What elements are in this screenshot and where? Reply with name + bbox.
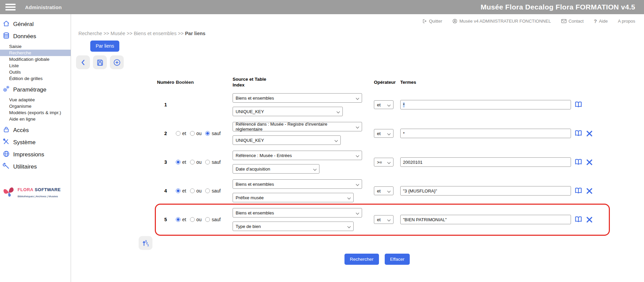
index-select[interactable]: Date d'acquisition (233, 164, 319, 174)
index-lookup-button[interactable] (574, 187, 582, 195)
operator-select[interactable]: et (374, 129, 393, 138)
radio-ou[interactable] (190, 188, 195, 193)
boolean-radio-group: et ou sauf (176, 217, 233, 222)
source-select[interactable]: Biens et ensembles (233, 179, 362, 189)
index-lookup-button[interactable] (574, 129, 582, 137)
chevron-down-icon (387, 161, 390, 164)
delete-row-button[interactable] (586, 187, 593, 195)
terms-input[interactable]: "BIEN PATRIMONIAL" (400, 215, 571, 224)
book-icon (574, 158, 582, 166)
sidebar-item-systeme[interactable]: Système (0, 136, 71, 149)
add-criteria-button[interactable] (110, 55, 124, 69)
sort-numeric-button[interactable]: 3 2 1 (139, 236, 152, 250)
sidebar-item-saisie[interactable]: Saisie (0, 43, 71, 50)
terms-input[interactable]: 20020101 (400, 157, 571, 167)
index-select[interactable]: UNIQUE_KEY (233, 135, 341, 145)
index-select[interactable]: UNIQUE_KEY (233, 107, 343, 116)
sidebar-item-utilitaires[interactable]: Utilitaires (0, 161, 71, 173)
sidebar-item-modification-globale[interactable]: Modification globale (0, 56, 71, 62)
index-lookup-button[interactable] (574, 158, 582, 166)
radio-et[interactable] (176, 188, 181, 193)
index-lookup-button[interactable] (574, 215, 582, 224)
back-button[interactable] (76, 55, 90, 69)
chevron-down-icon (335, 139, 338, 142)
operator-select[interactable]: et (374, 215, 393, 224)
tab-par-liens[interactable]: Par liens (90, 41, 119, 52)
source-select[interactable]: Référence : Musée - Entrées (233, 151, 362, 160)
index-lookup-button[interactable] (574, 101, 582, 109)
radio-sauf[interactable] (205, 160, 210, 164)
operator-select[interactable]: et (374, 186, 393, 195)
sidebar-item-donnees[interactable]: Données (0, 30, 71, 43)
save-button[interactable] (93, 55, 107, 69)
radio-et[interactable] (176, 160, 181, 164)
operator-select[interactable]: et (374, 100, 393, 109)
index-select[interactable]: Type de bien (233, 222, 354, 231)
sidebar-item-organisme[interactable]: Organisme (0, 103, 71, 109)
sidebar-item-vue-adaptee[interactable]: Vue adaptée (0, 97, 71, 103)
radio-ou[interactable] (190, 131, 195, 136)
book-icon (574, 101, 582, 109)
breadcrumb-path[interactable]: Recherche >> Musée >> Biens et ensembles… (78, 31, 185, 36)
close-icon (586, 187, 593, 195)
breadcrumb: Recherche >> Musée >> Biens et ensembles… (78, 31, 644, 36)
user-account-link[interactable]: Musée v4 ADMINISTRATEUR FONCTIONNEL (452, 19, 551, 24)
window-title: Musée Flora Decalog Flora FORMATION v4.5 (481, 3, 635, 11)
sidebar-item-aide-en-ligne[interactable]: Aide en ligne (0, 116, 71, 122)
criteria-table: Numéro Booléen Source et Table Index Opé… (156, 69, 644, 231)
chevron-down-icon (387, 218, 390, 221)
user-icon (452, 19, 457, 24)
delete-row-button[interactable] (586, 216, 593, 224)
breadcrumb-current: Par liens (185, 31, 205, 36)
radio-sauf[interactable] (205, 217, 210, 222)
radio-sauf[interactable] (205, 131, 210, 136)
quitter-link[interactable]: Quitter (422, 19, 442, 24)
database-icon (3, 32, 10, 41)
sidebar-item-outils[interactable]: Outils (0, 69, 71, 75)
chevron-down-icon (356, 97, 359, 100)
delete-row-button[interactable] (586, 130, 593, 137)
sort-numeric-icon: 3 2 1 (141, 239, 150, 248)
operator-select[interactable]: >= (374, 158, 393, 166)
sidebar-item-acces[interactable]: Accès (0, 124, 71, 136)
effacer-button[interactable]: Effacer (385, 254, 410, 265)
utility-link-row: Quitter Musée v4 ADMINISTRATEUR FONCTION… (71, 14, 644, 24)
criteria-row-4: 4 et ou sauf Biens et ensembles Préfixe … (156, 179, 644, 202)
source-select[interactable]: Référencé dans : Musée - Registre d'inve… (233, 122, 362, 131)
sidebar-item-liste[interactable]: Liste (0, 62, 71, 69)
terms-input[interactable]: "3 {MUSFLORA}" (400, 186, 571, 196)
radio-ou[interactable] (190, 160, 195, 164)
delete-row-button[interactable] (586, 158, 593, 166)
apropos-link[interactable]: A propos (618, 19, 635, 24)
tools-icon (3, 138, 10, 147)
radio-et[interactable] (176, 131, 181, 136)
aide-link[interactable]: ? Aide (594, 18, 607, 24)
rechercher-button[interactable]: Rechercher (344, 254, 379, 265)
sidebar-item-edition-de-grilles[interactable]: Édition de grilles (0, 75, 71, 82)
sidebar-item-modeles[interactable]: Modèles (exports & impr.) (0, 109, 71, 116)
chevron-down-icon (337, 110, 340, 113)
criteria-row-3: 3 et ou sauf Référence : Musée - Entrées… (156, 151, 644, 174)
radio-ou[interactable] (190, 217, 195, 222)
row-number: 3 (156, 159, 176, 165)
sidebar-item-parametrage[interactable]: Paramétrage (0, 84, 71, 96)
contact-link[interactable]: Contact (561, 19, 584, 24)
row-number: 2 (156, 131, 176, 136)
chevron-down-icon (387, 132, 390, 135)
source-select[interactable]: Biens et ensembles (233, 93, 362, 103)
radio-et[interactable] (176, 217, 181, 222)
sidebar-item-recherche[interactable]: Recherche (0, 50, 71, 56)
chevron-down-icon (356, 154, 359, 157)
sidebar-item-impressions[interactable]: Impressions (0, 149, 71, 161)
chevron-down-icon (313, 168, 316, 171)
hamburger-menu-icon[interactable] (5, 4, 16, 10)
sidebar-item-general[interactable]: Général (0, 18, 71, 30)
source-select[interactable]: Biens et ensembles (233, 208, 362, 217)
criteria-row-1: 1 Biens et ensembles UNIQUE_KEY et * (156, 93, 644, 116)
terms-input[interactable]: * (400, 129, 571, 138)
index-select[interactable]: Préfixe musée (233, 193, 354, 202)
radio-sauf[interactable] (205, 188, 210, 193)
header-termes: Termes (400, 80, 574, 85)
terms-input[interactable]: * (400, 100, 571, 109)
book-icon (574, 187, 582, 195)
